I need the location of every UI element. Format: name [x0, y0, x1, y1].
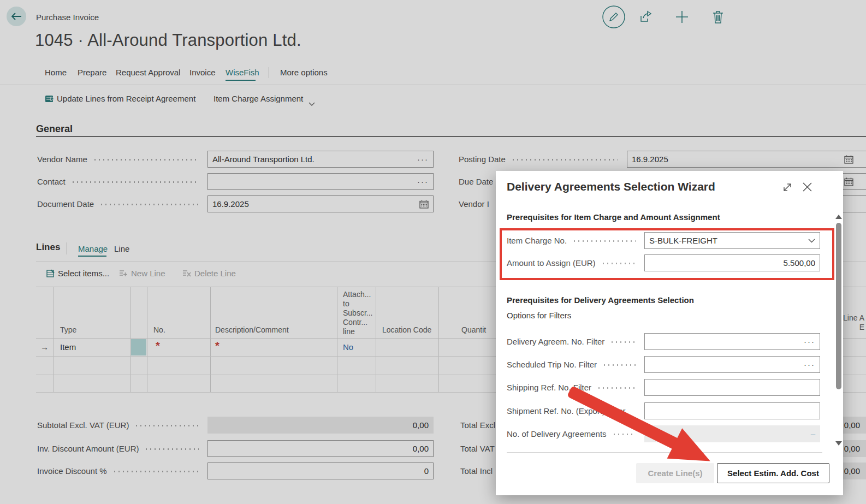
expand-dialog-button[interactable]: [782, 182, 793, 195]
expand-icon: [782, 182, 793, 193]
section-delivery-selection-heading: Prerequisites for Delivery Agreements Se…: [507, 295, 694, 305]
assist-edit-button[interactable]: ···: [804, 360, 815, 369]
options-for-filters-label: Options for Filters: [507, 311, 571, 320]
shipment-ref-export-filter-label: Shipment Ref. No. (Export) Filter: [507, 402, 640, 419]
scrollbar-thumb[interactable]: [836, 223, 841, 389]
scheduled-trip-filter-label: Scheduled Trip No. Filter: [507, 356, 640, 373]
shipment-ref-export-filter-field[interactable]: [644, 402, 820, 419]
shipping-ref-filter-field[interactable]: [644, 379, 820, 396]
assist-edit-button[interactable]: ···: [804, 337, 815, 346]
delivery-agreem-filter-field[interactable]: ···: [644, 333, 820, 350]
dotted-leader: [612, 434, 636, 435]
no-of-delivery-agreements-label: No. of Delivery Agreements: [507, 425, 640, 442]
create-lines-button[interactable]: Create Line(s): [636, 463, 714, 483]
select-estim-add-cost-button[interactable]: Select Estim. Add. Cost: [717, 463, 829, 483]
purchase-invoice-screen: Purchase Invoice 1045 · All-Around Trans…: [0, 0, 866, 504]
annotation-highlight-box: [500, 228, 834, 280]
close-dialog-button[interactable]: [802, 181, 813, 195]
dotted-leader: [602, 364, 636, 366]
dotted-leader: [610, 341, 636, 343]
delivery-agreem-filter-label: Delivery Agreem. No. Filter: [507, 333, 640, 350]
no-of-delivery-agreements-field: –: [644, 425, 820, 442]
scrollbar-down-button[interactable]: [835, 441, 842, 446]
close-icon: [802, 181, 813, 193]
scrollbar-up-button[interactable]: [835, 215, 842, 219]
scheduled-trip-filter-field[interactable]: ···: [644, 356, 820, 373]
shipping-ref-filter-label: Shipping Ref. No. Filter: [507, 379, 640, 396]
dialog-footer-rule: [507, 452, 822, 453]
dotted-leader: [597, 387, 636, 389]
section-item-charge-heading: Prerequisites for Item Charge and Amount…: [507, 212, 720, 222]
delivery-agreements-wizard-dialog: Delivery Agreements Selection Wizard Pre…: [496, 171, 843, 495]
dialog-title: Delivery Agreements Selection Wizard: [507, 180, 715, 193]
